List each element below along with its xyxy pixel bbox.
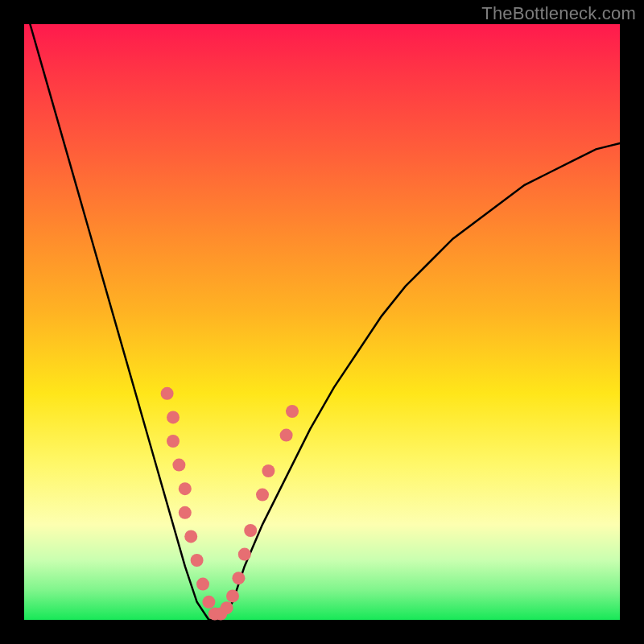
highlight-dot <box>161 387 174 400</box>
highlight-dot <box>280 429 293 442</box>
highlight-dot <box>202 596 215 609</box>
chart-frame: TheBottleneck.com <box>0 0 644 644</box>
bottleneck-v-curve <box>30 24 620 620</box>
plot-area <box>24 24 620 620</box>
highlight-dot <box>262 464 275 477</box>
watermark-text: TheBottleneck.com <box>481 3 636 24</box>
highlight-dot <box>238 548 251 561</box>
highlight-dot <box>179 506 192 519</box>
curve-layer <box>24 24 620 620</box>
highlight-dot <box>167 411 180 423</box>
highlight-dot <box>221 601 233 614</box>
highlight-dot <box>256 489 269 502</box>
highlight-dots-group <box>161 387 299 621</box>
highlight-dot <box>196 578 209 591</box>
highlight-dot <box>167 435 180 448</box>
highlight-dot <box>179 482 192 495</box>
highlight-dot <box>232 572 245 584</box>
highlight-dot <box>191 554 204 567</box>
highlight-dot <box>244 524 257 537</box>
highlight-dot <box>172 459 185 472</box>
highlight-dot <box>226 589 239 602</box>
highlight-dot <box>184 530 197 543</box>
highlight-dot <box>286 405 299 418</box>
